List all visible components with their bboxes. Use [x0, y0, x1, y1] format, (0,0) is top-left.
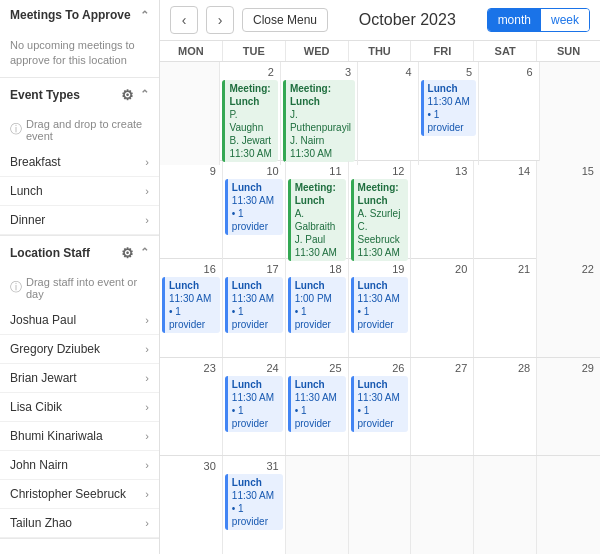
day-cell-w1-d6[interactable]: 15	[537, 161, 600, 264]
event-0-2-0[interactable]: Meeting: LunchJ. PuthenpurayilJ. Nairn11…	[283, 80, 355, 162]
day-cell-w2-d5[interactable]: 21	[474, 259, 537, 357]
event-detail: • 1 provider	[169, 305, 216, 331]
event-type-lunch[interactable]: Lunch ›	[0, 177, 159, 206]
event-4-1-0[interactable]: Lunch11:30 AM• 1 provider	[225, 474, 283, 530]
event-title: Lunch	[295, 378, 342, 391]
close-menu-button[interactable]: Close Menu	[242, 8, 328, 32]
event-types-chevron-icon[interactable]: ⌃	[140, 88, 149, 101]
day-cell-w1-d2[interactable]: 11Meeting: LunchA. GalbraithJ. Paul11:30…	[286, 161, 349, 264]
calendar: ‹ › Close Menu October 2023 month week M…	[160, 0, 600, 554]
day-cell-w1-d5[interactable]: 14	[474, 161, 537, 264]
location-staff-header: Location Staff ⚙ ⌃	[0, 236, 159, 270]
day-cell-w2-d0[interactable]: 16Lunch11:30 AM• 1 provider	[160, 259, 223, 357]
day-cell-w0-d0[interactable]	[160, 62, 220, 165]
week-row-0: 2Meeting: LunchP. VaughnB. Jewart11:30 A…	[160, 62, 600, 161]
month-view-button[interactable]: month	[488, 9, 541, 31]
meetings-chevron-icon[interactable]: ⌃	[140, 9, 149, 22]
day-cell-w1-d0[interactable]: 9	[160, 161, 223, 264]
day-cell-w3-d5[interactable]: 28	[474, 358, 537, 456]
location-staff-chevron-icon[interactable]: ⌃	[140, 246, 149, 259]
day-cell-w3-d6[interactable]: 29	[537, 358, 600, 456]
staff-gregory-dziubek[interactable]: Gregory Dziubek ›	[0, 335, 159, 364]
event-detail: 11:30 AM	[428, 95, 472, 108]
day-cell-w2-d6[interactable]: 22	[537, 259, 600, 357]
event-2-2-0[interactable]: Lunch1:00 PM• 1 provider	[288, 277, 346, 333]
event-3-3-0[interactable]: Lunch11:30 AM• 1 provider	[351, 376, 409, 432]
next-month-button[interactable]: ›	[206, 6, 234, 34]
event-3-1-0[interactable]: Lunch11:30 AM• 1 provider	[225, 376, 283, 432]
staff-chevron-icon: ›	[145, 517, 149, 529]
staff-bhumi-kinariwala[interactable]: Bhumi Kinariwala ›	[0, 422, 159, 451]
location-staff-hint: ⓘ Drag staff into event or day	[0, 270, 159, 306]
day-cell-w1-d3[interactable]: 12Meeting: LunchA. SzurlejC. Seebruck11:…	[349, 161, 412, 264]
day-cell-w0-d3[interactable]: 4	[358, 62, 418, 165]
day-cell-w0-d1[interactable]: 2Meeting: LunchP. VaughnB. Jewart11:30 A…	[220, 62, 280, 165]
location-staff-section: Location Staff ⚙ ⌃ ⓘ Drag staff into eve…	[0, 236, 159, 539]
meetings-header: Meetings To Approve ⌃	[0, 0, 159, 30]
day-cell-w3-d4[interactable]: 27	[411, 358, 474, 456]
staff-lisa-cibik[interactable]: Lisa Cibik ›	[0, 393, 159, 422]
day-number: 15	[539, 163, 598, 179]
staff-christopher-seebruck[interactable]: Christopher Seebruck ›	[0, 480, 159, 509]
event-detail: • 1 provider	[295, 305, 342, 331]
day-number: 6	[481, 64, 536, 80]
event-2-3-0[interactable]: Lunch11:30 AM• 1 provider	[351, 277, 409, 333]
staff-john-nairn[interactable]: John Nairn ›	[0, 451, 159, 480]
event-1-2-0[interactable]: Meeting: LunchA. GalbraithJ. Paul11:30 A…	[288, 179, 346, 261]
day-cell-w2-d4[interactable]: 20	[411, 259, 474, 357]
day-cell-w1-d1[interactable]: 10Lunch11:30 AM• 1 provider	[223, 161, 286, 264]
event-title: Meeting: Lunch	[295, 181, 342, 207]
event-0-4-0[interactable]: Lunch11:30 AM• 1 provider	[421, 80, 476, 136]
day-cell-w2-d1[interactable]: 17Lunch11:30 AM• 1 provider	[223, 259, 286, 357]
day-cell-w3-d2[interactable]: 25Lunch11:30 AM• 1 provider	[286, 358, 349, 456]
day-cell-w3-d0[interactable]: 23	[160, 358, 223, 456]
event-title: Meeting: Lunch	[229, 82, 273, 108]
day-cell-w2-d3[interactable]: 19Lunch11:30 AM• 1 provider	[349, 259, 412, 357]
event-detail: J. Nairn	[290, 134, 351, 147]
day-cell-w4-d0[interactable]: 30	[160, 456, 223, 554]
day-cell-w4-d1[interactable]: 31Lunch11:30 AM• 1 provider	[223, 456, 286, 554]
day-cell-w2-d2[interactable]: 18Lunch1:00 PM• 1 provider	[286, 259, 349, 357]
view-toggle: month week	[487, 8, 590, 32]
event-types-settings-icon[interactable]: ⚙	[118, 86, 136, 104]
staff-brian-jewart[interactable]: Brian Jewart ›	[0, 364, 159, 393]
event-3-2-0[interactable]: Lunch11:30 AM• 1 provider	[288, 376, 346, 432]
calendar-header: ‹ › Close Menu October 2023 month week	[160, 0, 600, 41]
day-header-fri: Fri	[411, 41, 474, 61]
event-title: Lunch	[428, 82, 472, 95]
week-view-button[interactable]: week	[541, 9, 589, 31]
day-cell-w4-d2[interactable]	[286, 456, 349, 554]
staff-joshua-paul[interactable]: Joshua Paul ›	[0, 306, 159, 335]
event-type-breakfast[interactable]: Breakfast ›	[0, 148, 159, 177]
day-cell-w4-d4[interactable]	[411, 456, 474, 554]
event-2-1-0[interactable]: Lunch11:30 AM• 1 provider	[225, 277, 283, 333]
prev-month-button[interactable]: ‹	[170, 6, 198, 34]
day-cell-w4-d6[interactable]	[537, 456, 600, 554]
week-row-1: 910Lunch11:30 AM• 1 provider11Meeting: L…	[160, 161, 600, 260]
day-number: 23	[162, 360, 220, 376]
day-cell-w4-d3[interactable]	[349, 456, 412, 554]
staff-tailun-zhao[interactable]: Tailun Zhao ›	[0, 509, 159, 538]
day-cell-w0-d5[interactable]: 6	[479, 62, 539, 165]
day-cell-w3-d1[interactable]: 24Lunch11:30 AM• 1 provider	[223, 358, 286, 456]
day-cell-w0-d6[interactable]	[540, 62, 600, 165]
event-1-1-0[interactable]: Lunch11:30 AM• 1 provider	[225, 179, 283, 235]
event-type-dinner[interactable]: Dinner ›	[0, 206, 159, 235]
day-cell-w1-d4[interactable]: 13	[411, 161, 474, 264]
day-header-tue: Tue	[223, 41, 286, 61]
event-detail: 11:30 AM	[358, 292, 405, 305]
event-1-3-0[interactable]: Meeting: LunchA. SzurlejC. Seebruck11:30…	[351, 179, 409, 261]
location-staff-title: Location Staff	[10, 246, 90, 260]
event-detail: 1:00 PM	[295, 292, 342, 305]
event-title: Lunch	[358, 279, 405, 292]
day-cell-w0-d2[interactable]: 3Meeting: LunchJ. PuthenpurayilJ. Nairn1…	[281, 62, 358, 165]
day-cell-w0-d4[interactable]: 5Lunch11:30 AM• 1 provider	[419, 62, 479, 165]
event-detail: 11:30 AM	[358, 391, 405, 404]
event-2-0-0[interactable]: Lunch11:30 AM• 1 provider	[162, 277, 220, 333]
day-cell-w4-d5[interactable]	[474, 456, 537, 554]
day-cell-w3-d3[interactable]: 26Lunch11:30 AM• 1 provider	[349, 358, 412, 456]
location-staff-settings-icon[interactable]: ⚙	[118, 244, 136, 262]
day-number: 26	[351, 360, 409, 376]
event-0-1-0[interactable]: Meeting: LunchP. VaughnB. Jewart11:30 AM	[222, 80, 277, 162]
day-number: 5	[421, 64, 476, 80]
